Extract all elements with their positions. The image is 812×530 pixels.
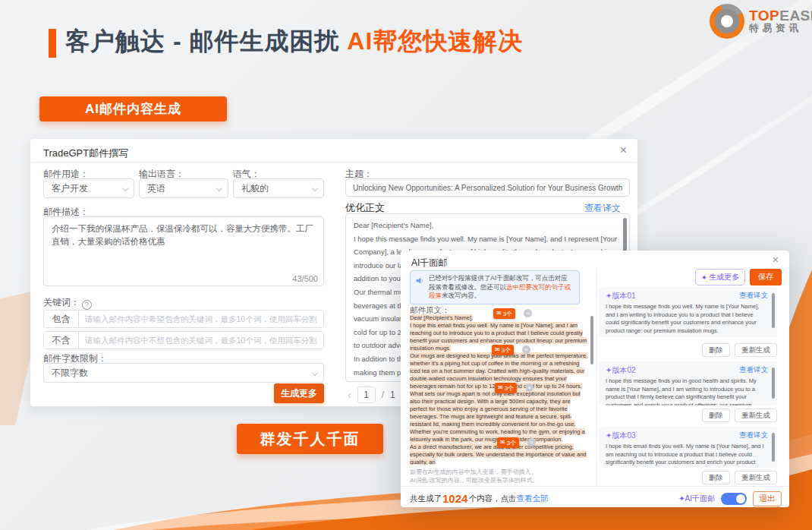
- badge-dismiss-icon[interactable]: ×: [525, 383, 533, 392]
- megaphone-icon: [415, 276, 425, 286]
- description-textarea[interactable]: 介绍一下我的保温杯产品，保温保冷都可以，容量大方便携带。工厂直销，大量采购的话价…: [43, 216, 324, 286]
- scrollbar-thumb[interactable]: [772, 368, 775, 399]
- version-actions-02: 删除 重新生成: [702, 409, 777, 422]
- version-card-01: ✦版本01 查看译文 I hope this message finds you…: [600, 287, 777, 337]
- tone-select[interactable]: 礼貌的: [233, 178, 324, 198]
- language-value: 英语: [147, 182, 165, 195]
- page-title-orange: AI帮您快速解决: [339, 27, 523, 55]
- logo-top: TOP: [749, 8, 779, 24]
- save-button[interactable]: 保存: [750, 269, 782, 286]
- keywords-label: 关键词：?: [43, 296, 92, 310]
- overlay-close-icon[interactable]: ×: [773, 254, 779, 265]
- compose-dialog-title: TradeGPT邮件撰写: [43, 147, 128, 160]
- regenerate-button[interactable]: 重新生成: [735, 409, 777, 422]
- compose-close-icon[interactable]: ×: [620, 144, 627, 156]
- slide-canvas: 客户触达 - 邮件生成困扰 AI帮您快速解决 TOPEASE® 特易资讯 AI邮…: [0, 0, 812, 530]
- help-icon[interactable]: ?: [82, 300, 92, 310]
- page-title-dark: 客户触达 - 邮件生成困扰: [65, 27, 339, 55]
- paragraph-text: Dear [Recipient's Name],: [410, 314, 473, 321]
- page-current[interactable]: 1: [357, 386, 376, 403]
- keywords-label-text: 关键词：: [43, 297, 80, 308]
- version-card-02: ✦版本02 查看译文 I hope this message finds you…: [600, 361, 777, 405]
- notice-text-2: 来改写内容。: [442, 292, 480, 299]
- envelope-icon: ✉: [495, 347, 500, 353]
- include-keywords-input[interactable]: [79, 311, 323, 327]
- footer-controls: ✦AI千面邮 退出: [678, 491, 782, 506]
- mass-send-badge: 群发千人千面: [237, 424, 383, 454]
- logo-ease: EASE: [779, 8, 812, 24]
- ai-qianmian-dialog: AI千面邮 × 已经对5个段落提供了AI千面邮改写，可点击对应段落查看或修改。您…: [401, 251, 789, 507]
- dialog-divider: [30, 162, 637, 162]
- overlay-title: AI千面邮: [411, 257, 447, 270]
- rewrite-count-badge[interactable]: ✉3个: [495, 383, 517, 393]
- badge-dismiss-icon[interactable]: ×: [527, 438, 536, 446]
- view-all-link[interactable]: 查看全部: [516, 494, 548, 504]
- purpose-value: 客户开发: [52, 182, 88, 195]
- page-total: 1: [390, 390, 395, 400]
- badge-dismiss-icon[interactable]: ×: [522, 345, 530, 354]
- delete-button[interactable]: 删除: [702, 409, 730, 422]
- version-actions-01: 删除 重新生成: [702, 343, 777, 357]
- chevron-down-icon: [312, 185, 318, 191]
- original-paragraph[interactable]: What sets our mugs apart is not only the…: [410, 390, 589, 443]
- badge-count: 3个: [505, 384, 514, 393]
- scrollbar-thumb[interactable]: [772, 433, 775, 462]
- delete-button[interactable]: 删除: [702, 343, 730, 357]
- ai-qianmian-toggle[interactable]: [721, 493, 747, 505]
- view-translation-link[interactable]: 查看译文: [739, 291, 768, 301]
- toggle-label-text: AI千面邮: [685, 494, 715, 503]
- language-select[interactable]: 英语: [139, 178, 228, 198]
- rewrite-count-badge[interactable]: ✉3个: [493, 308, 515, 319]
- scrollbar-thumb[interactable]: [590, 316, 593, 364]
- word-limit-value: 不限字数: [52, 367, 88, 380]
- scrollbar-thumb[interactable]: [772, 293, 775, 328]
- chevron-down-icon: [312, 370, 318, 376]
- logo-chinese-name: 特易资讯: [749, 24, 812, 33]
- chevron-down-icon: [122, 185, 128, 191]
- include-keywords-row: 包含: [43, 310, 324, 328]
- view-translation-link[interactable]: 查看译文: [739, 431, 768, 441]
- generated-count: 1024: [442, 492, 467, 505]
- exclude-label: 不含: [44, 332, 79, 349]
- rewrite-count-badge[interactable]: ✉3个: [492, 345, 514, 355]
- envelope-icon: ✉: [500, 440, 505, 446]
- version-text: I hope this email finds you well. My nam…: [606, 443, 768, 468]
- rewrite-count-badge[interactable]: ✉3个: [497, 437, 519, 448]
- view-translation-link[interactable]: 查看译文: [739, 365, 768, 376]
- generate-more-button[interactable]: 生成更多: [274, 383, 324, 403]
- regenerate-button[interactable]: 重新生成: [735, 343, 777, 357]
- overlay-generate-more-button[interactable]: ✦生成更多: [695, 269, 745, 286]
- topease-logo: TOPEASE® 特易资讯: [710, 4, 812, 39]
- exit-button[interactable]: 退出: [753, 491, 782, 506]
- envelope-icon: ✉: [498, 385, 503, 391]
- envelope-icon: ✉: [496, 311, 502, 317]
- footnote: AI润色/改写的内容，可能改变原有字体的样式。: [410, 476, 539, 484]
- version-actions-03: 删除 重新生成: [702, 471, 777, 484]
- page-prev-icon[interactable]: ‹: [348, 389, 351, 401]
- delete-button[interactable]: 删除: [702, 471, 730, 484]
- word-limit-select[interactable]: 不限字数: [43, 363, 324, 383]
- page-title: 客户触达 - 邮件生成困扰 AI帮您快速解决: [65, 25, 523, 58]
- subject-input[interactable]: [345, 178, 630, 197]
- pane-divider: [596, 269, 597, 486]
- badge-count: 3个: [507, 439, 516, 447]
- toggle-knob: [736, 494, 745, 503]
- generated-summary: 共生成了 1024 个内容，点击 查看全部: [410, 492, 548, 505]
- version-text: I hope this message finds you in good he…: [606, 377, 768, 405]
- version-card-03: ✦版本03 查看译文 I hope this email finds you w…: [600, 427, 777, 468]
- generate-more-label: 生成更多: [709, 272, 739, 282]
- pagination: ‹ 1 / 1: [348, 386, 395, 403]
- sparkle-icon: ✦: [678, 494, 685, 503]
- footnotes: 如需在AI生成的内容中加入变量，需手动插入。 AI润色/改写的内容，可能改变原有…: [410, 468, 539, 484]
- topease-logo-icon: [710, 4, 744, 39]
- generated-prefix: 共生成了: [410, 494, 442, 504]
- generated-suffix: 个内容，点击: [468, 494, 516, 504]
- badge-dismiss-icon[interactable]: ×: [524, 309, 532, 317]
- purpose-select[interactable]: 客户开发: [43, 178, 134, 198]
- exclude-keywords-input[interactable]: [79, 332, 323, 349]
- version-label: ✦版本02: [606, 365, 636, 376]
- regenerate-button[interactable]: 重新生成: [735, 471, 777, 484]
- ai-email-generation-badge: AI邮件内容生成: [39, 96, 227, 121]
- version-number: 版本02: [612, 366, 635, 374]
- body-line: Dear [Recipient's Name],: [354, 219, 622, 232]
